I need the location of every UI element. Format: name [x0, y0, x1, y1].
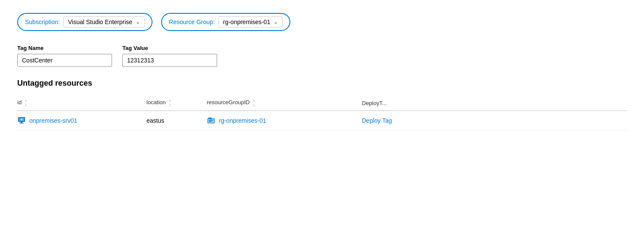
table-row: onpremises-srv01 eastus rg-onprem — [17, 111, 627, 130]
tag-value-group: Tag Value — [122, 45, 217, 67]
section-title: Untagged resources — [17, 79, 627, 88]
sort-icon-id[interactable]: ↑↓ — [25, 99, 27, 107]
server-icon — [17, 116, 26, 125]
sort-icon-rg[interactable]: ↑↓ — [253, 99, 255, 107]
resource-group-label: Resource Group: — [169, 19, 215, 25]
cell-id: onpremises-srv01 — [17, 111, 146, 130]
svg-rect-5 — [208, 118, 215, 123]
resource-id-text: onpremises-srv01 — [29, 117, 77, 124]
tag-value-input[interactable] — [122, 54, 217, 67]
svg-rect-7 — [209, 120, 213, 121]
resource-group-text: rg-onpremises-01 — [219, 117, 266, 124]
tag-name-group: Tag Name — [17, 45, 112, 67]
tag-name-label: Tag Name — [17, 45, 112, 51]
resource-group-dropdown[interactable]: rg-onpremises-01 ⌄ — [218, 16, 283, 28]
subscription-value: Visual Studio Enterprise — [68, 19, 132, 25]
resource-id-link[interactable]: onpremises-srv01 — [17, 116, 141, 125]
subscription-label: Subscription: — [25, 19, 60, 25]
subscription-filter[interactable]: Subscription: Visual Studio Enterprise ⌄ — [17, 13, 152, 31]
cell-deploy: Deploy Tag — [362, 111, 627, 130]
resource-group-filter[interactable]: Resource Group: rg-onpremises-01 ⌄ — [161, 13, 290, 31]
resource-group-link[interactable]: rg-onpremises-01 — [207, 116, 357, 125]
svg-rect-3 — [19, 123, 24, 124]
svg-rect-2 — [21, 122, 22, 123]
col-header-location[interactable]: location ↑↓ — [146, 96, 207, 111]
resource-group-value: rg-onpremises-01 — [223, 19, 271, 25]
filter-bar: Subscription: Visual Studio Enterprise ⌄… — [17, 13, 627, 31]
tag-value-label: Tag Value — [122, 45, 217, 51]
table-header-row: id ↑↓ location ↑↓ resourceGroupID ↑↓ Dep… — [17, 96, 627, 111]
resources-table: id ↑↓ location ↑↓ resourceGroupID ↑↓ Dep… — [17, 96, 627, 130]
tag-name-input[interactable] — [17, 54, 112, 67]
col-header-id[interactable]: id ↑↓ — [17, 96, 146, 111]
sort-icon-location[interactable]: ↑↓ — [169, 99, 171, 107]
subscription-chevron-icon: ⌄ — [136, 19, 140, 25]
cell-location: eastus — [146, 111, 207, 130]
resource-group-chevron-icon: ⌄ — [274, 19, 278, 25]
tag-fields: Tag Name Tag Value — [17, 45, 627, 67]
col-header-resource-group[interactable]: resourceGroupID ↑↓ — [207, 96, 362, 111]
svg-point-4 — [21, 119, 22, 121]
subscription-dropdown[interactable]: Visual Studio Enterprise ⌄ — [63, 16, 145, 28]
svg-rect-8 — [209, 121, 212, 122]
deploy-tag-link[interactable]: Deploy Tag — [362, 117, 392, 124]
cell-rg: rg-onpremises-01 — [207, 111, 362, 130]
resource-group-icon — [207, 116, 215, 125]
col-header-deploy: DeployT... — [362, 96, 627, 111]
svg-rect-6 — [208, 118, 212, 119]
